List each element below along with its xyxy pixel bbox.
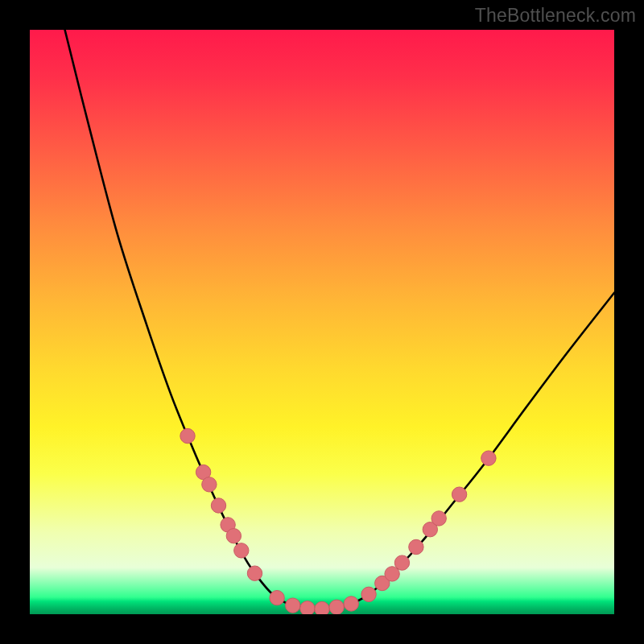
highlight-dot bbox=[394, 555, 409, 570]
highlight-dot bbox=[481, 451, 496, 465]
watermark-text: TheBottleneck.com bbox=[475, 5, 636, 27]
highlight-dot bbox=[344, 597, 358, 611]
main-curve-path bbox=[65, 30, 614, 609]
highlight-dot bbox=[329, 600, 344, 614]
plot-area bbox=[30, 30, 614, 614]
highlight-dot bbox=[247, 566, 262, 580]
highlight-dot bbox=[361, 587, 376, 601]
highlight-dot bbox=[270, 590, 284, 605]
dot-cluster bbox=[180, 428, 496, 614]
highlight-dot bbox=[180, 428, 195, 443]
highlight-dot bbox=[431, 511, 446, 526]
highlight-dot bbox=[286, 598, 300, 613]
highlight-dot bbox=[300, 601, 315, 614]
curve-layer bbox=[30, 30, 614, 614]
highlight-dot bbox=[202, 477, 217, 492]
highlight-dot bbox=[315, 601, 329, 614]
highlight-dot bbox=[452, 487, 466, 502]
highlight-dot bbox=[409, 539, 423, 554]
highlight-dot bbox=[234, 543, 249, 558]
chart-frame: TheBottleneck.com bbox=[0, 0, 644, 644]
highlight-dot bbox=[211, 498, 225, 513]
highlight-dot bbox=[226, 529, 241, 543]
